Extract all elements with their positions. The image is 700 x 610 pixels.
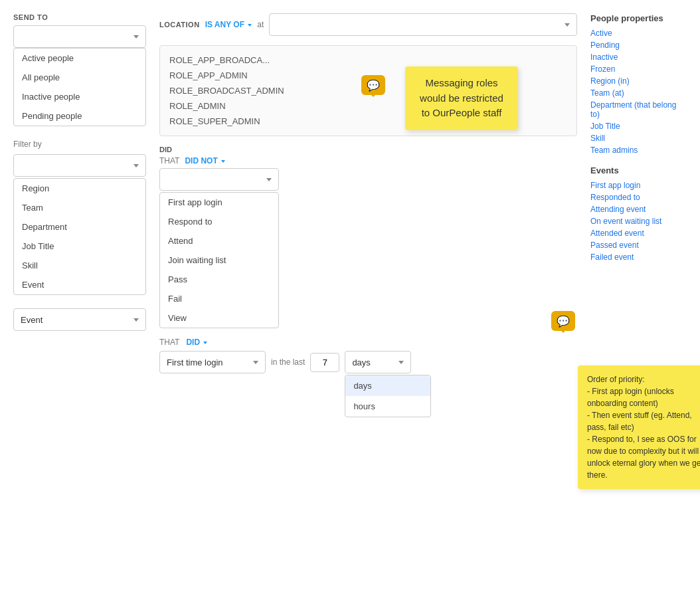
did-not-chevron-icon: [221, 160, 225, 163]
first-time-chevron-icon: [253, 361, 258, 364]
right-link-department[interactable]: Department (that belong to): [590, 99, 687, 120]
left-panel: SEND TO Active people All people Inactiv…: [13, 13, 146, 373]
filter-by-section: Filter by Region Team Department Job Tit…: [13, 140, 146, 295]
location-chevron-icon: [565, 23, 570, 27]
priority-note-box: Order of priority: - First app login (un…: [578, 365, 700, 489]
priority-note-text: Order of priority: - First app login (un…: [587, 375, 700, 480]
in-last-label: in the last: [271, 357, 305, 367]
chat-icon-middle: 💬: [557, 315, 570, 328]
days-dropdown-list: days hours: [345, 375, 431, 417]
events-title: Events: [590, 165, 687, 175]
that-did-not-label: THAT: [159, 156, 179, 165]
right-link-pending[interactable]: Pending: [590, 39, 687, 51]
right-panel: People properties Active Pending Inactiv…: [590, 13, 687, 373]
send-to-option-pending[interactable]: Pending people: [14, 106, 145, 126]
right-link-failed-event[interactable]: Failed event: [590, 251, 687, 263]
send-to-section: SEND TO Active people All people Inactiv…: [13, 13, 146, 126]
that-label-2: THAT: [159, 338, 179, 347]
at-label: at: [257, 20, 264, 29]
filter-by-chevron-icon: [133, 164, 139, 167]
right-link-responded-to[interactable]: Responded to: [590, 191, 687, 203]
send-to-dropdown[interactable]: [13, 25, 146, 48]
first-time-value: First time login: [167, 357, 223, 367]
filter-region[interactable]: Region: [14, 179, 145, 198]
that-row: THAT DID NOT: [159, 156, 577, 165]
did-not-button[interactable]: DID NOT: [185, 156, 225, 165]
event-dropdown-container: First app login Respond to Attend Join w…: [159, 168, 279, 328]
right-link-team[interactable]: Team (at): [590, 87, 687, 99]
filter-event[interactable]: Event: [14, 275, 145, 294]
filter-by-label: Filter by: [13, 140, 146, 149]
send-to-list: Active people All people Inactive people…: [13, 48, 146, 126]
send-to-option-inactive[interactable]: Inactive people: [14, 87, 145, 106]
filter-by-list: Region Team Department Job Title Skill E…: [13, 178, 146, 295]
right-link-frozen[interactable]: Frozen: [590, 63, 687, 75]
did-chevron-icon: [203, 342, 207, 344]
right-link-active[interactable]: Active: [590, 27, 687, 39]
days-opt-days[interactable]: days: [345, 375, 430, 396]
filter-skill[interactable]: Skill: [14, 256, 145, 275]
right-link-passed-event[interactable]: Passed event: [590, 239, 687, 251]
filter-jobtitle[interactable]: Job Title: [14, 237, 145, 256]
right-link-attended-event[interactable]: Attended event: [590, 227, 687, 239]
number-input[interactable]: [310, 353, 339, 372]
event-filter-section: Event: [13, 308, 146, 331]
event-filter-value: Event: [21, 315, 43, 325]
event-dropdown-box[interactable]: [159, 168, 279, 191]
first-time-row: First time login in the last days days h…: [159, 351, 577, 373]
event-dropdown-chevron-icon: [266, 178, 272, 181]
chat-icon-top: 💬: [367, 79, 380, 92]
chat-icon-box-middle: 💬: [551, 311, 575, 331]
did-row: DID: [159, 146, 577, 153]
did-label: DID: [159, 146, 172, 153]
send-to-chevron-icon: [133, 35, 139, 39]
right-link-region[interactable]: Region (in): [590, 75, 687, 87]
right-link-attending-event[interactable]: Attending event: [590, 203, 687, 215]
event-opt-respond[interactable]: Respond to: [160, 212, 278, 231]
chat-bubble-top: 💬: [361, 75, 385, 95]
right-link-first-app-login[interactable]: First app login: [590, 179, 687, 191]
event-opt-join-waiting[interactable]: Join waiting list: [160, 251, 278, 270]
right-link-teamadmins[interactable]: Team admins: [590, 144, 687, 156]
chat-icon-box-top: 💬: [361, 75, 385, 95]
chat-bubble-middle: 💬: [551, 311, 575, 331]
filter-department[interactable]: Department: [14, 217, 145, 237]
days-dropdown-box[interactable]: days: [345, 351, 411, 373]
send-to-label: SEND TO: [13, 13, 146, 21]
location-label: LOCATION: [159, 21, 200, 29]
location-dropdown[interactable]: [269, 13, 577, 36]
send-to-option-active[interactable]: Active people: [14, 49, 145, 68]
right-link-skill[interactable]: Skill: [590, 132, 687, 144]
days-opt-hours[interactable]: hours: [345, 396, 430, 417]
event-opt-pass[interactable]: Pass: [160, 270, 278, 289]
role-item-broadcast: ROLE_APP_BROADCA...: [169, 52, 567, 68]
event-dropdown-list: First app login Respond to Attend Join w…: [159, 192, 279, 328]
event-opt-first-login[interactable]: First app login: [160, 193, 278, 212]
days-dropdown-container: days days hours: [345, 351, 411, 373]
is-any-of-button[interactable]: IS ANY OF: [205, 20, 252, 29]
is-any-of-chevron-icon: [248, 24, 252, 27]
days-chevron-icon: [398, 361, 404, 364]
people-properties-title: People properties: [590, 13, 687, 23]
right-link-inactive[interactable]: Inactive: [590, 51, 687, 63]
event-opt-attend[interactable]: Attend: [160, 231, 278, 251]
filter-by-dropdown[interactable]: [13, 154, 146, 177]
did-section: DID THAT DID NOT First app login Respond…: [159, 146, 577, 373]
location-row: LOCATION IS ANY OF at: [159, 13, 577, 36]
middle-panel: LOCATION IS ANY OF at ROLE_APP_BROADCA..…: [159, 13, 577, 373]
event-opt-fail[interactable]: Fail: [160, 289, 278, 308]
event-filter-dropdown[interactable]: Event: [13, 308, 146, 331]
days-value: days: [352, 357, 370, 367]
first-time-dropdown[interactable]: First time login: [159, 351, 266, 373]
messaging-note-box: Messaging roles would be restricted to O…: [405, 66, 518, 130]
did-button-2[interactable]: DID: [186, 338, 207, 347]
send-to-option-all[interactable]: All people: [14, 68, 145, 87]
right-link-on-waiting-list[interactable]: On event waiting list: [590, 215, 687, 227]
event-filter-chevron-icon: [133, 318, 139, 322]
that-did-row: THAT DID: [159, 338, 577, 347]
messaging-note-text: Messaging roles would be restricted to O…: [420, 77, 503, 118]
filter-team[interactable]: Team: [14, 198, 145, 217]
event-opt-view[interactable]: View: [160, 308, 278, 328]
right-link-jobtitle[interactable]: Job Title: [590, 120, 687, 132]
